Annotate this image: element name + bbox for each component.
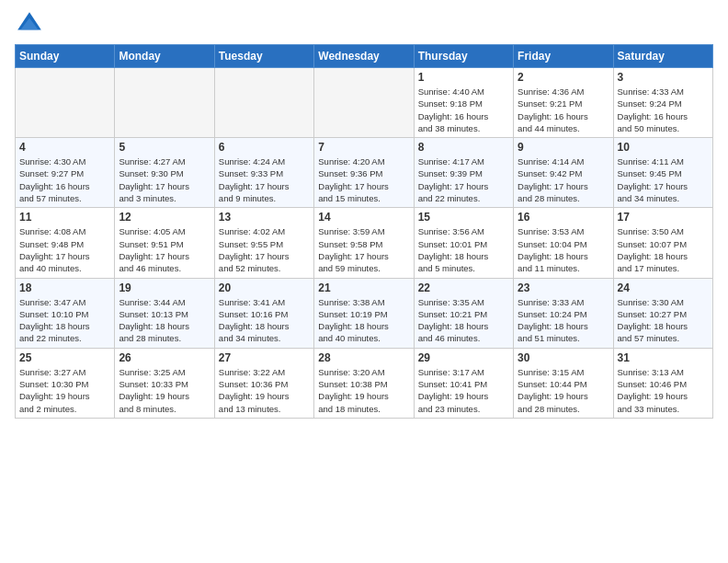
day-info: Sunrise: 3:38 AM Sunset: 10:19 PM Daylig… xyxy=(318,296,409,345)
calendar-week-1: 1Sunrise: 4:40 AM Sunset: 9:18 PM Daylig… xyxy=(16,68,713,138)
weekday-header-row: SundayMondayTuesdayWednesdayThursdayFrid… xyxy=(16,45,713,68)
day-number: 2 xyxy=(518,71,609,84)
calendar-week-3: 11Sunrise: 4:08 AM Sunset: 9:48 PM Dayli… xyxy=(16,208,713,278)
calendar-cell: 19Sunrise: 3:44 AM Sunset: 10:13 PM Dayl… xyxy=(115,278,214,348)
day-number: 30 xyxy=(518,351,609,364)
calendar-cell: 26Sunrise: 3:25 AM Sunset: 10:33 PM Dayl… xyxy=(115,348,214,418)
day-info: Sunrise: 3:56 AM Sunset: 10:01 PM Daylig… xyxy=(418,225,509,274)
day-info: Sunrise: 4:05 AM Sunset: 9:51 PM Dayligh… xyxy=(119,225,210,274)
calendar-cell: 14Sunrise: 3:59 AM Sunset: 9:58 PM Dayli… xyxy=(314,208,414,278)
weekday-sunday: Sunday xyxy=(16,45,115,68)
calendar-cell: 10Sunrise: 4:11 AM Sunset: 9:45 PM Dayli… xyxy=(613,138,712,208)
day-info: Sunrise: 3:53 AM Sunset: 10:04 PM Daylig… xyxy=(518,225,609,274)
day-info: Sunrise: 3:15 AM Sunset: 10:44 PM Daylig… xyxy=(518,366,609,415)
day-info: Sunrise: 4:08 AM Sunset: 9:48 PM Dayligh… xyxy=(19,225,110,274)
day-info: Sunrise: 3:25 AM Sunset: 10:33 PM Daylig… xyxy=(119,366,210,415)
day-info: Sunrise: 3:59 AM Sunset: 9:58 PM Dayligh… xyxy=(318,225,409,274)
day-info: Sunrise: 3:22 AM Sunset: 10:36 PM Daylig… xyxy=(219,366,310,415)
day-number: 5 xyxy=(119,141,210,154)
calendar-cell: 20Sunrise: 3:41 AM Sunset: 10:16 PM Dayl… xyxy=(214,278,313,348)
weekday-saturday: Saturday xyxy=(613,45,712,68)
day-info: Sunrise: 4:24 AM Sunset: 9:33 PM Dayligh… xyxy=(219,155,310,204)
weekday-wednesday: Wednesday xyxy=(314,45,414,68)
day-info: Sunrise: 3:17 AM Sunset: 10:41 PM Daylig… xyxy=(418,366,509,415)
calendar-cell: 1Sunrise: 4:40 AM Sunset: 9:18 PM Daylig… xyxy=(414,68,513,138)
day-number: 10 xyxy=(618,141,709,154)
calendar-cell: 23Sunrise: 3:33 AM Sunset: 10:24 PM Dayl… xyxy=(514,278,613,348)
day-number: 21 xyxy=(318,282,409,294)
day-number: 1 xyxy=(418,71,509,84)
calendar-cell: 15Sunrise: 3:56 AM Sunset: 10:01 PM Dayl… xyxy=(414,208,513,278)
day-number: 18 xyxy=(19,282,110,294)
day-info: Sunrise: 4:36 AM Sunset: 9:21 PM Dayligh… xyxy=(518,86,609,134)
calendar: SundayMondayTuesdayWednesdayThursdayFrid… xyxy=(15,44,713,419)
calendar-week-2: 4Sunrise: 4:30 AM Sunset: 9:27 PM Daylig… xyxy=(16,138,713,208)
day-number: 26 xyxy=(119,351,210,364)
weekday-monday: Monday xyxy=(115,45,214,68)
calendar-cell: 11Sunrise: 4:08 AM Sunset: 9:48 PM Dayli… xyxy=(16,208,115,278)
day-info: Sunrise: 4:14 AM Sunset: 9:42 PM Dayligh… xyxy=(518,155,609,204)
day-number: 16 xyxy=(518,211,609,224)
day-number: 25 xyxy=(19,351,110,364)
calendar-cell: 21Sunrise: 3:38 AM Sunset: 10:19 PM Dayl… xyxy=(314,278,414,348)
day-number: 24 xyxy=(618,282,709,294)
calendar-cell xyxy=(115,68,214,138)
day-number: 9 xyxy=(518,141,609,154)
day-number: 4 xyxy=(19,141,110,154)
day-info: Sunrise: 3:33 AM Sunset: 10:24 PM Daylig… xyxy=(518,296,609,345)
day-number: 20 xyxy=(219,282,310,294)
calendar-cell xyxy=(214,68,313,138)
day-info: Sunrise: 3:27 AM Sunset: 10:30 PM Daylig… xyxy=(19,366,110,415)
day-info: Sunrise: 3:41 AM Sunset: 10:16 PM Daylig… xyxy=(219,296,310,345)
day-number: 22 xyxy=(418,282,509,294)
day-number: 31 xyxy=(618,351,709,364)
calendar-cell: 12Sunrise: 4:05 AM Sunset: 9:51 PM Dayli… xyxy=(115,208,214,278)
day-info: Sunrise: 3:44 AM Sunset: 10:13 PM Daylig… xyxy=(119,296,210,345)
logo xyxy=(15,9,48,39)
calendar-cell: 22Sunrise: 3:35 AM Sunset: 10:21 PM Dayl… xyxy=(414,278,513,348)
logo-icon xyxy=(15,9,44,39)
calendar-week-5: 25Sunrise: 3:27 AM Sunset: 10:30 PM Dayl… xyxy=(16,348,713,418)
calendar-cell: 2Sunrise: 4:36 AM Sunset: 9:21 PM Daylig… xyxy=(514,68,613,138)
day-number: 8 xyxy=(418,141,509,154)
day-info: Sunrise: 4:27 AM Sunset: 9:30 PM Dayligh… xyxy=(119,155,210,204)
day-info: Sunrise: 4:02 AM Sunset: 9:55 PM Dayligh… xyxy=(219,225,310,274)
weekday-friday: Friday xyxy=(514,45,613,68)
day-info: Sunrise: 3:20 AM Sunset: 10:38 PM Daylig… xyxy=(318,366,409,415)
header xyxy=(15,9,713,39)
calendar-cell: 29Sunrise: 3:17 AM Sunset: 10:41 PM Dayl… xyxy=(414,348,513,418)
day-number: 6 xyxy=(219,141,310,154)
day-number: 27 xyxy=(219,351,310,364)
calendar-cell xyxy=(16,68,115,138)
day-info: Sunrise: 4:17 AM Sunset: 9:39 PM Dayligh… xyxy=(418,155,509,204)
day-info: Sunrise: 3:47 AM Sunset: 10:10 PM Daylig… xyxy=(19,296,110,345)
calendar-cell: 27Sunrise: 3:22 AM Sunset: 10:36 PM Dayl… xyxy=(214,348,313,418)
day-number: 15 xyxy=(418,211,509,224)
day-number: 28 xyxy=(318,351,409,364)
day-number: 29 xyxy=(418,351,509,364)
weekday-thursday: Thursday xyxy=(414,45,513,68)
day-info: Sunrise: 4:20 AM Sunset: 9:36 PM Dayligh… xyxy=(318,155,409,204)
calendar-cell: 28Sunrise: 3:20 AM Sunset: 10:38 PM Dayl… xyxy=(314,348,414,418)
day-info: Sunrise: 3:50 AM Sunset: 10:07 PM Daylig… xyxy=(618,225,709,274)
day-number: 13 xyxy=(219,211,310,224)
day-info: Sunrise: 4:33 AM Sunset: 9:24 PM Dayligh… xyxy=(618,86,709,134)
calendar-cell: 25Sunrise: 3:27 AM Sunset: 10:30 PM Dayl… xyxy=(16,348,115,418)
day-info: Sunrise: 3:13 AM Sunset: 10:46 PM Daylig… xyxy=(618,366,709,415)
day-number: 14 xyxy=(318,211,409,224)
calendar-cell: 17Sunrise: 3:50 AM Sunset: 10:07 PM Dayl… xyxy=(613,208,712,278)
calendar-cell: 8Sunrise: 4:17 AM Sunset: 9:39 PM Daylig… xyxy=(414,138,513,208)
calendar-cell: 7Sunrise: 4:20 AM Sunset: 9:36 PM Daylig… xyxy=(314,138,414,208)
calendar-cell: 30Sunrise: 3:15 AM Sunset: 10:44 PM Dayl… xyxy=(514,348,613,418)
calendar-cell: 5Sunrise: 4:27 AM Sunset: 9:30 PM Daylig… xyxy=(115,138,214,208)
calendar-week-4: 18Sunrise: 3:47 AM Sunset: 10:10 PM Dayl… xyxy=(16,278,713,348)
calendar-cell: 24Sunrise: 3:30 AM Sunset: 10:27 PM Dayl… xyxy=(613,278,712,348)
calendar-cell: 4Sunrise: 4:30 AM Sunset: 9:27 PM Daylig… xyxy=(16,138,115,208)
day-number: 19 xyxy=(119,282,210,294)
day-number: 17 xyxy=(618,211,709,224)
calendar-cell: 3Sunrise: 4:33 AM Sunset: 9:24 PM Daylig… xyxy=(613,68,712,138)
calendar-cell: 18Sunrise: 3:47 AM Sunset: 10:10 PM Dayl… xyxy=(16,278,115,348)
day-number: 12 xyxy=(119,211,210,224)
calendar-cell: 9Sunrise: 4:14 AM Sunset: 9:42 PM Daylig… xyxy=(514,138,613,208)
page: SundayMondayTuesdayWednesdayThursdayFrid… xyxy=(0,0,728,563)
